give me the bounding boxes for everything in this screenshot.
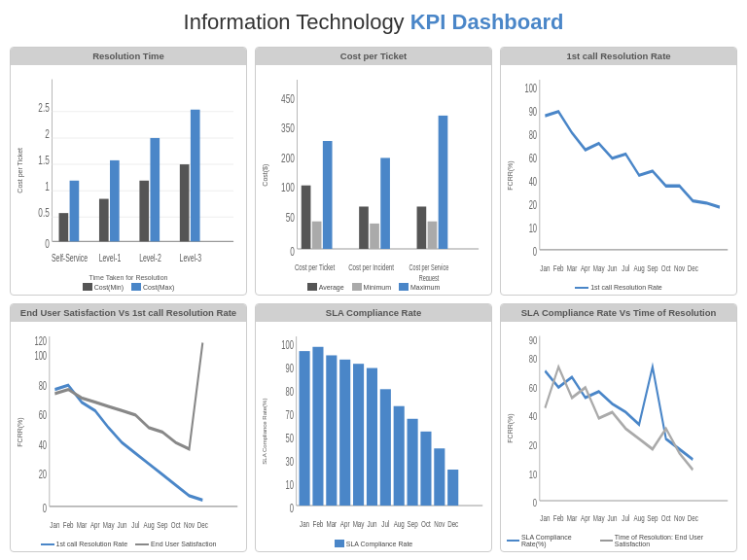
card-sla-compliance: SLA Compliance Rate SLA Compliance Rate(… — [255, 303, 492, 552]
svg-text:50: 50 — [286, 432, 295, 444]
svg-text:0.5: 0.5 — [38, 206, 50, 220]
svg-text:Cost per Ticket: Cost per Ticket — [295, 262, 336, 273]
svg-text:Oct: Oct — [661, 263, 671, 274]
svg-text:60: 60 — [39, 409, 48, 422]
svg-rect-15 — [99, 199, 109, 242]
svg-text:40: 40 — [529, 176, 538, 189]
y-label-end-user: FCRR(%) — [17, 326, 23, 539]
svg-text:Cost per Service: Cost per Service — [409, 262, 449, 273]
svg-text:50: 50 — [286, 210, 295, 224]
svg-text:Dec: Dec — [688, 263, 698, 274]
card-title-first-call: 1st call Resolution Rate — [501, 48, 736, 65]
svg-text:1: 1 — [45, 180, 50, 193]
svg-text:Nov: Nov — [184, 520, 196, 531]
svg-text:Sep: Sep — [157, 520, 167, 531]
svg-text:Dec: Dec — [447, 519, 458, 530]
legend-cost-per-ticket: Average Minimum Maximum — [262, 283, 485, 291]
svg-text:Mar: Mar — [567, 263, 578, 274]
legend-first-call: 1st call Resolution Rate — [507, 284, 730, 291]
svg-text:May: May — [353, 519, 365, 530]
svg-text:90: 90 — [529, 106, 538, 119]
svg-text:Nov: Nov — [674, 263, 686, 274]
svg-rect-110 — [447, 470, 458, 506]
legend-sla: SLA Compliance Rate — [262, 540, 485, 547]
svg-rect-40 — [428, 222, 438, 249]
chart-first-call: 0 10 20 40 60 80 90 100 Jan F — [516, 69, 730, 282]
legend-sla-vs: SLA Compliance Rate(%) Time of Resolutio… — [507, 534, 730, 547]
y-label-cost-per-ticket: Cost($) — [262, 69, 268, 281]
svg-text:Request: Request — [419, 273, 440, 281]
svg-text:0: 0 — [43, 503, 48, 515]
svg-text:Jan: Jan — [50, 520, 59, 531]
svg-text:Sep: Sep — [408, 519, 418, 530]
svg-text:Jul: Jul — [622, 263, 629, 274]
title-highlight: KPI Dashboard — [410, 10, 564, 34]
svg-text:Jul: Jul — [622, 513, 629, 524]
chart-cost-per-ticket: 0 50 100 200 350 450 — [270, 69, 485, 281]
svg-text:1.5: 1.5 — [38, 154, 50, 167]
svg-text:Jun: Jun — [607, 513, 617, 524]
svg-rect-36 — [359, 207, 369, 250]
svg-text:Jun: Jun — [367, 519, 376, 530]
svg-text:Aug: Aug — [144, 520, 155, 531]
card-title-cost-per-ticket: Cost per Ticket — [256, 48, 491, 65]
svg-text:Jul: Jul — [131, 520, 139, 531]
svg-text:20: 20 — [39, 469, 48, 481]
svg-text:Mar: Mar — [77, 520, 88, 531]
svg-text:80: 80 — [529, 353, 538, 366]
svg-rect-41 — [439, 116, 448, 249]
svg-text:Feb: Feb — [553, 263, 564, 274]
svg-rect-109 — [434, 449, 445, 507]
x-label-resolution-time: Time Taken for Resolution — [17, 274, 240, 281]
svg-rect-100 — [312, 347, 323, 506]
svg-rect-103 — [353, 365, 364, 507]
svg-text:2: 2 — [45, 126, 50, 140]
svg-text:20: 20 — [529, 199, 538, 212]
svg-text:Aug: Aug — [394, 519, 405, 530]
chart-sla: 0 10 30 50 70 80 90 100 — [269, 326, 485, 538]
svg-text:Feb: Feb — [553, 513, 564, 524]
svg-rect-20 — [191, 110, 200, 242]
svg-rect-13 — [59, 213, 69, 241]
svg-rect-35 — [323, 141, 333, 249]
svg-rect-19 — [180, 164, 190, 241]
svg-text:Dec: Dec — [688, 513, 698, 524]
svg-rect-102 — [339, 360, 350, 506]
svg-text:2.5: 2.5 — [38, 100, 50, 114]
svg-text:100: 100 — [34, 350, 47, 363]
svg-text:100: 100 — [281, 181, 295, 194]
y-label-sla: SLA Compliance Rate(%) — [262, 326, 267, 538]
svg-rect-106 — [394, 406, 405, 506]
card-title-resolution-time: Resolution Time — [11, 48, 246, 65]
card-title-sla-vs: SLA Compliance Rate Vs Time of Resolutio… — [501, 304, 736, 322]
svg-text:0: 0 — [533, 497, 538, 509]
legend-resolution-time: Cost(Min) Cost(Max) — [17, 283, 240, 291]
svg-text:20: 20 — [529, 439, 538, 452]
svg-text:Nov: Nov — [434, 519, 445, 530]
chart-sla-vs: 0 10 20 40 60 80 90 Jan Feb — [516, 326, 730, 532]
svg-text:200: 200 — [281, 151, 295, 164]
svg-text:Oct: Oct — [421, 519, 431, 530]
svg-text:Oct: Oct — [661, 513, 671, 524]
svg-text:Apr: Apr — [90, 520, 100, 531]
svg-text:40: 40 — [39, 438, 48, 451]
svg-rect-108 — [420, 432, 431, 506]
svg-text:Apr: Apr — [340, 519, 350, 530]
y-label-sla-vs: FCRR(%) — [507, 326, 514, 532]
svg-rect-38 — [380, 158, 390, 250]
svg-text:May: May — [593, 263, 605, 274]
svg-text:May: May — [103, 520, 115, 531]
svg-text:10: 10 — [286, 478, 295, 491]
svg-text:450: 450 — [281, 91, 295, 105]
svg-text:Self-Service: Self-Service — [52, 253, 88, 264]
svg-rect-14 — [70, 181, 80, 242]
svg-text:Apr: Apr — [581, 513, 590, 524]
svg-text:70: 70 — [286, 408, 295, 421]
card-title-end-user: End User Satisfaction Vs 1st call Resolu… — [11, 304, 246, 322]
svg-text:Cost per Incident: Cost per Incident — [348, 262, 394, 273]
legend-end-user: 1st call Resolution Rate End User Satisf… — [17, 541, 240, 547]
svg-text:Sep: Sep — [647, 263, 658, 274]
svg-text:60: 60 — [529, 381, 538, 394]
svg-text:Aug: Aug — [634, 263, 645, 274]
svg-text:Jan: Jan — [540, 513, 550, 524]
